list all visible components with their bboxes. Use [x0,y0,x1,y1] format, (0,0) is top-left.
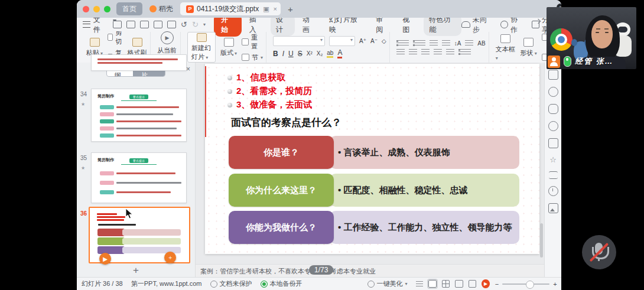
thumb-36-content [92,210,184,258]
font-color-button[interactable]: A [337,48,342,58]
layout-button[interactable]: 版式 ▾ [219,38,239,57]
shapes-button[interactable]: 形状 ▾ [519,38,539,57]
text-box-label: 文本框 [496,45,515,53]
increase-font-icon[interactable]: A⁺ [359,38,366,44]
people-icon [500,21,508,28]
new-slide-button[interactable]: 新建幻灯片 ▾ [187,32,216,63]
text-box-button[interactable]: 文本框 ▾ [496,34,516,61]
underline-button[interactable]: U [288,50,294,58]
panel-close-icon[interactable]: × [186,65,190,73]
slide-thumbnail-35[interactable]: 简历制作 要点提示 [91,152,187,203]
panel-theme-icon[interactable] [548,121,558,131]
paragraph-group: ↕A AB [393,32,489,63]
new-slide-plus-button[interactable]: + [133,265,139,276]
panel-effects-icon[interactable]: ☆ [549,155,557,164]
zoom-slider[interactable]: − + [495,281,557,288]
slide-sorter-icon[interactable] [442,280,450,288]
undo-icon[interactable]: ↺ [181,21,187,28]
zoom-in-icon[interactable]: + [553,281,557,288]
tab-document[interactable]: P 0411-19级交流.pptx ▣ × [180,2,281,15]
panel-properties-icon[interactable] [549,171,558,179]
decrease-indent-icon[interactable] [430,40,438,46]
add-slide-fab[interactable]: ＋ [164,252,176,263]
decrease-font-icon[interactable]: A⁻ [370,38,378,44]
mic-muted-button[interactable] [582,235,616,269]
text-direction-icon[interactable]: AB [477,40,485,47]
webcam-video[interactable]: 经管 张… [547,7,636,69]
align-center-icon[interactable] [409,49,417,55]
docer-icon [149,5,157,12]
protection-status[interactable]: 文档未保护 [210,279,252,288]
thumb-35-badge: 要点提示 [129,158,148,163]
print-icon[interactable] [154,21,162,28]
quick-access-caret-icon[interactable]: ▾ [203,22,206,27]
tab-home[interactable]: 首页 [116,2,142,15]
strikethrough-button[interactable]: S [298,50,303,58]
save-icon[interactable] [126,21,135,28]
clear-format-icon[interactable]: ◇ [382,38,386,44]
panel-shapes-icon[interactable] [548,87,558,97]
panel-slides-icon[interactable] [548,70,558,80]
align-left-icon[interactable] [396,49,405,55]
zoom-out-icon[interactable]: − [495,281,499,288]
cloud-icon [461,21,470,28]
slide-thumbnail-34[interactable]: 简历制作 要点提示 [91,89,187,142]
panel-design-icon[interactable] [548,104,558,114]
multilevel-list-icon[interactable] [458,49,471,55]
subscript-button[interactable]: X₂ [317,50,323,57]
line-spacing-icon[interactable]: ↕A [454,40,461,47]
row-1-label: 你是谁？ [229,136,334,169]
numbered-list-icon[interactable] [413,40,425,46]
minimize-window-button[interactable] [93,6,100,12]
reset-icon [242,38,249,45]
bold-button[interactable]: B [273,50,278,58]
slide-row-2: • 匹配度、相融性、稳定性、忠诚 你为什么来这里？ [205,174,539,207]
row-3-detail: • 工作经验、工作能力、独立性、领导能力等 [330,211,519,244]
section-label: 节 [252,53,258,62]
open-icon[interactable] [113,21,122,28]
distribute-icon[interactable] [446,49,454,55]
slide-thumbnail-33-partial[interactable] [91,54,187,71]
tab-docer[interactable]: 稻壳 [144,2,179,15]
slide-canvas[interactable]: 1、信息获取 2、看需求，投简历 3、做准备，去面试 面试官的考察点是什么？ •… [205,64,539,254]
italic-button[interactable]: I [282,50,284,58]
cut-button[interactable]: 剪切 [108,31,124,46]
notes-bar[interactable]: 案例：管信学生考研本校，不喜欢本专业，不考虑本专业就业 1/73 [196,264,544,278]
columns-icon[interactable] [465,40,473,46]
zoom-track[interactable] [502,284,549,285]
reset-button[interactable]: 重置 [242,33,263,51]
backup-status[interactable]: 本地备份开 [261,279,303,288]
export-pdf-icon[interactable] [140,21,149,28]
tab-detach-icon[interactable]: ▣ [263,5,269,13]
highlight-color-button[interactable]: ab [327,50,333,58]
panel-history-icon[interactable] [548,186,558,196]
outline-view-icon[interactable] [416,281,423,287]
reading-view-icon[interactable] [455,280,463,288]
bullet-list-icon[interactable] [396,40,409,46]
increase-indent-icon[interactable] [442,40,450,46]
panel-image-icon[interactable] [548,203,558,213]
superscript-button[interactable]: X² [307,50,313,57]
slide-number-36: 36 [80,210,87,217]
zoom-window-button[interactable] [104,6,110,12]
print-preview-icon[interactable] [167,21,176,28]
main-menu-icon[interactable] [83,21,90,28]
tab-close-icon[interactable]: × [274,5,277,12]
panel-animation-icon[interactable] [548,138,558,148]
section-button[interactable]: 节▾ [242,53,263,62]
new-tab-button[interactable]: + [288,4,293,14]
vertical-scrollbar[interactable] [540,223,543,258]
presenter-view-icon[interactable] [469,280,477,288]
slideshow-play-button[interactable]: ▶ [482,279,489,288]
redo-icon[interactable]: ↻ [192,21,199,28]
font-size-select[interactable] [329,36,355,46]
zoom-handle[interactable] [526,281,534,289]
beautify-button[interactable]: 一键美化▾ [367,279,408,288]
justify-icon[interactable] [434,49,442,55]
font-name-select[interactable] [273,36,325,46]
close-window-button[interactable] [83,6,89,12]
play-slide-button[interactable]: ▶ [99,253,111,265]
normal-view-icon[interactable] [428,280,437,288]
row-2-label: 你为什么来这里？ [229,174,334,207]
align-right-icon[interactable] [421,49,430,55]
